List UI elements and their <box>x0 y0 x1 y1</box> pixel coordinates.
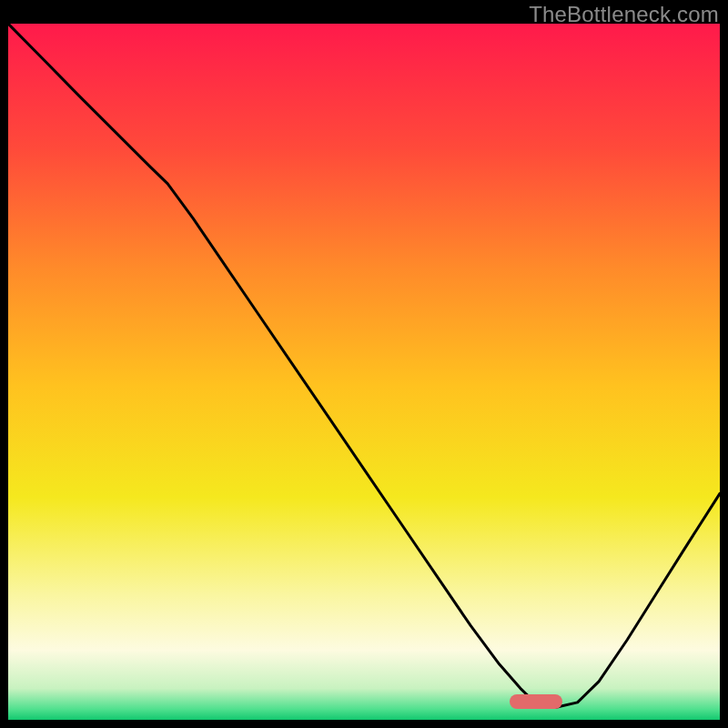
optimal-marker <box>510 694 562 709</box>
chart-frame <box>8 24 720 720</box>
chart-background <box>8 24 720 720</box>
bottleneck-chart <box>8 24 720 720</box>
